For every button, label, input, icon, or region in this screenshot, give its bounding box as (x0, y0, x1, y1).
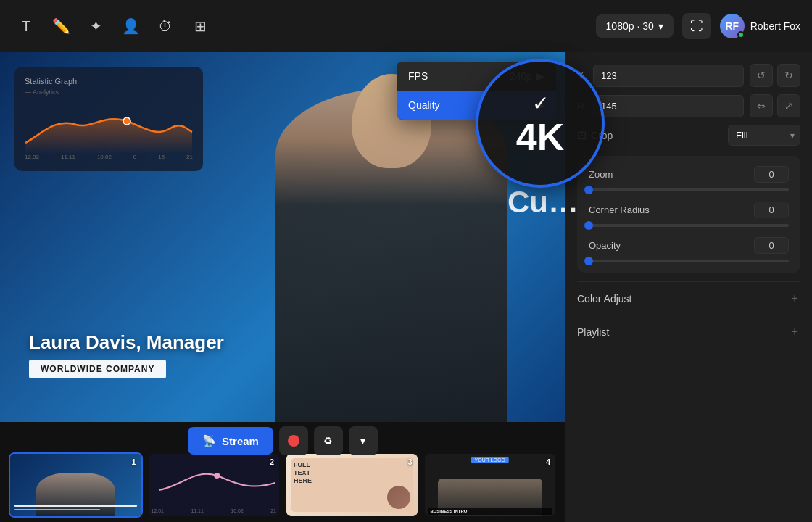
zoom-row: Zoom 0 (589, 166, 789, 191)
opacity-thumb[interactable] (584, 257, 593, 265)
sliders-section: Zoom 0 Corner Radius 0 Opacity 0 (577, 156, 800, 273)
cutoff-text: Cu… (508, 185, 579, 220)
thumbnail-1[interactable]: 1 (9, 452, 143, 518)
lock-aspect-button[interactable]: ⇔ (750, 94, 773, 117)
redo-button[interactable]: ↻ (777, 64, 800, 87)
stream-label: Stream (222, 435, 259, 447)
color-adjust-section[interactable]: Color Adjust ＋ (577, 281, 800, 315)
zoom-header: Zoom 0 (589, 166, 789, 183)
expand-button[interactable]: ⤢ (777, 94, 800, 117)
stats-subtitle: — Analytics (25, 88, 193, 96)
person-tool-button[interactable]: 👤 (116, 12, 145, 41)
y-input[interactable] (593, 65, 744, 87)
name-overlay: Laura Davis, Manager WORLDWIDE COMPANY (29, 331, 224, 378)
zoom-track[interactable] (589, 188, 789, 191)
person-icon: 👤 (122, 17, 140, 35)
stats-chart: 12.0211.1110.0201621 (25, 103, 193, 161)
opacity-label: Opacity (589, 240, 621, 251)
zoom-label: Zoom (589, 169, 613, 180)
corner-radius-value: 0 (754, 202, 789, 218)
color-adjust-plus-icon: ＋ (789, 291, 800, 306)
playlist-plus-icon: ＋ (789, 324, 800, 339)
undo-button[interactable]: ↺ (750, 64, 773, 87)
svg-point-0 (123, 117, 130, 125)
grid-tool-button[interactable]: ⊞ (186, 12, 215, 41)
h-position-row: H ⇔ ⤢ (577, 94, 800, 117)
timer-icon: ⏱ (158, 18, 173, 35)
brush-icon: ✏️ (52, 17, 70, 35)
brush-tool-button[interactable]: ✏️ (46, 12, 75, 41)
zoom-value: 0 (754, 166, 789, 183)
stats-title: Statistic Graph (25, 77, 193, 86)
magic-tool-button[interactable]: ✦ (81, 12, 110, 41)
thumbnail-row: 1 12.01 11.11 10.02 21 2 FULLTEXTHERE (0, 448, 566, 522)
quality-label: Quality (408, 99, 440, 111)
playlist-section[interactable]: Playlist ＋ (577, 315, 800, 348)
user-name-label: Robert Fox (750, 20, 800, 32)
stream-icon: 📡 (202, 434, 216, 447)
chevron-down-icon: ▾ (658, 20, 663, 32)
svg-point-1 (214, 473, 220, 478)
user-info[interactable]: RF Robert Fox (720, 14, 800, 38)
fill-select[interactable]: Fill Fit Stretch Crop (728, 125, 800, 146)
fps-label: FPS (408, 70, 428, 82)
crop-fill-row: ⊡ Crop Fill Fit Stretch Crop (577, 125, 800, 146)
company-badge: WORLDWIDE COMPANY (29, 360, 166, 378)
fill-select-wrap: Fill Fit Stretch Crop (728, 125, 800, 146)
opacity-header: Opacity 0 (589, 237, 789, 254)
thumb-3-number: 3 (407, 457, 412, 466)
timer-tool-button[interactable]: ⏱ (151, 12, 180, 41)
thumbnail-3[interactable]: FULLTEXTHERE 3 (285, 452, 419, 518)
record-dot-icon (288, 435, 299, 447)
color-adjust-label: Color Adjust (577, 293, 631, 304)
chevron-down-icon: ▾ (360, 435, 365, 447)
resolution-label: 1080p · 30 (606, 20, 654, 32)
h-input[interactable] (593, 95, 744, 117)
stream-button[interactable]: 📡 Stream (188, 427, 273, 455)
corner-radius-header: Corner Radius 0 (589, 202, 789, 218)
dropdown-toggle-button[interactable]: ▾ (349, 426, 378, 455)
record-button[interactable] (279, 426, 308, 455)
right-panel: Y ↺ ↻ H ⇔ ⤢ ⊡ Crop Fill Fit Stretch Crop (566, 52, 812, 522)
fourk-quality-selector[interactable]: ✓ 4K (478, 62, 602, 185)
corner-radius-label: Corner Radius (589, 204, 650, 215)
zoom-thumb[interactable] (584, 186, 593, 194)
opacity-track[interactable] (589, 260, 789, 262)
text-tool-button[interactable]: T (12, 12, 41, 41)
thumbnail-2[interactable]: 12.01 11.11 10.02 21 2 (147, 452, 281, 518)
y-position-row: Y ↺ ↻ (577, 64, 800, 87)
opacity-value: 0 (754, 237, 789, 254)
stats-overlay: Statistic Graph — Analytics 12.0211.111 (14, 67, 203, 171)
more-options-button[interactable]: ♻ (314, 426, 343, 455)
magic-icon: ✦ (90, 17, 102, 35)
fourk-label: 4K (516, 118, 564, 156)
top-bar: T ✏️ ✦ 👤 ⏱ ⊞ 1080p · 30 ▾ ⛶ RF Robert Fo… (0, 0, 812, 52)
thumb-2-number: 2 (270, 457, 274, 466)
corner-radius-row: Corner Radius 0 (589, 202, 789, 227)
presenter-name: Laura Davis, Manager (29, 331, 224, 354)
avatar: RF (720, 14, 745, 38)
thumb-1-number: 1 (131, 457, 136, 466)
y-actions: ↺ ↻ (750, 64, 800, 87)
fullscreen-button[interactable]: ⛶ (682, 13, 711, 39)
corner-radius-thumb[interactable] (584, 221, 593, 230)
check-icon: ✓ (532, 91, 549, 115)
playlist-label: Playlist (577, 326, 609, 338)
thumb-4-number: 4 (546, 457, 550, 466)
opacity-row: Opacity 0 (589, 237, 789, 262)
h-actions: ⇔ ⤢ (750, 94, 800, 117)
corner-radius-track[interactable] (589, 224, 789, 227)
avatar-initials: RF (725, 20, 739, 32)
top-bar-right: 1080p · 30 ▾ ⛶ RF Robert Fox (596, 13, 800, 39)
recycle-icon: ♻ (323, 435, 333, 447)
text-icon: T (22, 18, 30, 35)
fullscreen-icon: ⛶ (690, 19, 703, 34)
avatar-online-dot (737, 31, 745, 38)
thumbnail-4[interactable]: YOUR LOGO BUSINESS INTRO 4 (423, 452, 558, 518)
grid-icon: ⊞ (194, 17, 207, 35)
resolution-button[interactable]: 1080p · 30 ▾ (596, 14, 674, 38)
